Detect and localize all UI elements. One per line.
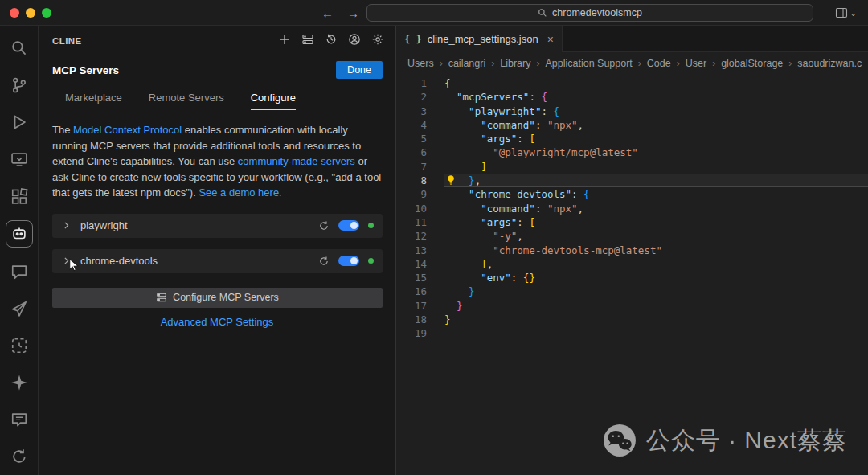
activity-item-run-and-debug[interactable] bbox=[6, 109, 33, 135]
restart-server-icon[interactable] bbox=[318, 256, 330, 267]
code-line[interactable]: 4 "command": "npx", bbox=[396, 118, 868, 132]
settings-button[interactable] bbox=[371, 33, 384, 49]
activity-item-deploy[interactable] bbox=[6, 296, 33, 321]
main-area: CLINE MCP Servers Done Marketplace Remot… bbox=[0, 26, 868, 475]
editor-tab-label: cline_mcp_settings.json bbox=[428, 33, 538, 45]
toggle-knob bbox=[350, 222, 358, 229]
code-token: : bbox=[511, 272, 523, 284]
breadcrumb-item[interactable]: cailangri bbox=[448, 58, 486, 69]
remote-monitor-icon bbox=[10, 150, 28, 168]
back-arrow-icon[interactable]: ← bbox=[321, 6, 334, 20]
chevron-right-icon[interactable] bbox=[61, 220, 72, 231]
code-line[interactable]: 15 "env": {} bbox=[396, 271, 868, 285]
tab-marketplace[interactable]: Marketplace bbox=[65, 92, 122, 110]
mcp-servers-button[interactable] bbox=[301, 33, 314, 49]
code-line[interactable]: 3 "playwright": { bbox=[396, 104, 868, 118]
activity-item-remote-explorer[interactable] bbox=[6, 146, 33, 172]
code-token bbox=[444, 188, 469, 200]
code-line[interactable]: 17 } bbox=[396, 299, 868, 313]
minimize-window-button[interactable] bbox=[26, 8, 35, 18]
code-line[interactable]: 2 "mcpServers": { bbox=[396, 90, 868, 104]
activity-item-search[interactable] bbox=[6, 35, 33, 61]
breadcrumb-item[interactable]: globalStorage bbox=[721, 58, 783, 69]
description-link[interactable]: See a demo here. bbox=[199, 186, 281, 199]
code-token bbox=[444, 300, 457, 312]
tab-configure[interactable]: Configure bbox=[251, 92, 296, 110]
code-line[interactable]: 11 "args": [ bbox=[396, 215, 868, 229]
line-number: 15 bbox=[396, 271, 427, 285]
code-token: { bbox=[553, 105, 559, 117]
line-number: 8 bbox=[396, 174, 427, 187]
line-content: "mcpServers": { bbox=[444, 90, 868, 104]
forward-arrow-icon[interactable]: → bbox=[347, 6, 359, 20]
code-line[interactable]: 10 "command": "npx", bbox=[396, 202, 868, 215]
code-line[interactable]: 19 bbox=[396, 326, 868, 340]
advanced-mcp-settings-link[interactable]: Advanced MCP Settings bbox=[39, 316, 395, 328]
breadcrumb-item[interactable]: saoudrizwan.c bbox=[797, 58, 862, 69]
status-dot-green bbox=[368, 223, 374, 228]
activity-item-cline[interactable] bbox=[6, 220, 33, 248]
titlebar-search[interactable]: chromedevtoolsmcp bbox=[366, 4, 813, 22]
chevron-down-icon: ⌄ bbox=[850, 9, 857, 18]
mcp-description: The Model Context Protocol enables commu… bbox=[52, 122, 383, 201]
breadcrumb-item[interactable]: Code bbox=[647, 58, 671, 69]
code-token: "mcpServers" bbox=[457, 91, 529, 103]
history-button[interactable] bbox=[325, 33, 338, 49]
code-line[interactable]: 1{ bbox=[396, 76, 868, 90]
close-window-button[interactable] bbox=[10, 8, 19, 18]
activity-item-sync[interactable] bbox=[6, 444, 33, 469]
mcp-header-row: MCP Servers Done bbox=[39, 56, 395, 79]
json-braces-icon: { } bbox=[404, 34, 422, 45]
code-area[interactable]: 1{2 "mcpServers": {3 "playwright": {4 "c… bbox=[396, 74, 868, 475]
line-content: }, bbox=[444, 174, 868, 187]
chat-bubble-icon bbox=[10, 263, 28, 280]
code-line[interactable]: 16 } bbox=[396, 285, 868, 298]
code-line[interactable]: 7 ] bbox=[396, 160, 868, 174]
code-line[interactable]: 18} bbox=[396, 313, 868, 326]
layout-toggle-button[interactable]: ⌄ bbox=[835, 0, 857, 26]
description-link[interactable]: Model Context Protocol bbox=[73, 124, 182, 136]
titlebar: ← → chromedevtoolsmcp ⌄ bbox=[0, 0, 868, 26]
line-number: 2 bbox=[396, 90, 427, 104]
line-content: "chrome-devtools": { bbox=[444, 187, 868, 201]
code-token: } bbox=[469, 285, 475, 297]
code-line[interactable]: 13 "chrome-devtools-mcp@latest" bbox=[396, 244, 868, 257]
server-toggle[interactable] bbox=[338, 220, 359, 231]
run-debug-icon bbox=[10, 113, 28, 131]
server-row-playwright[interactable]: playwright bbox=[52, 214, 383, 238]
description-link[interactable]: community-made servers bbox=[238, 155, 355, 167]
line-number: 17 bbox=[396, 299, 427, 313]
new-task-button[interactable] bbox=[278, 33, 291, 49]
done-button[interactable]: Done bbox=[336, 61, 383, 79]
line-content: } bbox=[444, 285, 868, 298]
code-line[interactable]: 5 "args": [ bbox=[396, 132, 868, 145]
configure-mcp-servers-button[interactable]: Configure MCP Servers bbox=[52, 288, 383, 308]
cline-panel: CLINE MCP Servers Done Marketplace Remot… bbox=[39, 26, 396, 475]
server-row-chrome-devtools[interactable]: chrome-devtools bbox=[52, 249, 383, 273]
account-button[interactable] bbox=[348, 33, 361, 49]
status-dot-green bbox=[368, 258, 374, 264]
editor-tab-cline-mcp-settings[interactable]: { } cline_mcp_settings.json × bbox=[396, 26, 563, 52]
extensions-icon bbox=[10, 187, 28, 205]
code-line[interactable]: 6 "@playwright/mcp@latest" bbox=[396, 145, 868, 159]
activity-item-source-control[interactable] bbox=[6, 72, 33, 98]
traffic-lights bbox=[10, 0, 51, 26]
breadcrumb-item[interactable]: Users bbox=[407, 58, 434, 69]
breadcrumb-item[interactable]: Library bbox=[500, 58, 530, 69]
close-tab-icon[interactable]: × bbox=[547, 34, 554, 45]
code-line[interactable]: 12 "-y", bbox=[396, 229, 868, 243]
zoom-window-button[interactable] bbox=[42, 8, 51, 18]
activity-item-copilot[interactable] bbox=[6, 370, 33, 395]
code-line[interactable]: 9 "chrome-devtools": { bbox=[396, 187, 868, 201]
activity-item-feedback[interactable] bbox=[6, 407, 33, 432]
code-line[interactable]: 8 }, bbox=[396, 174, 868, 187]
breadcrumb-item[interactable]: User bbox=[686, 58, 706, 69]
code-line[interactable]: 14 ], bbox=[396, 257, 868, 271]
activity-item-timeline[interactable] bbox=[6, 333, 33, 358]
restart-server-icon[interactable] bbox=[318, 220, 330, 231]
activity-item-extensions[interactable] bbox=[6, 183, 33, 209]
server-toggle[interactable] bbox=[338, 256, 359, 266]
breadcrumb-item[interactable]: Application Support bbox=[545, 58, 632, 69]
tab-remote-servers[interactable]: Remote Servers bbox=[149, 92, 224, 110]
activity-item-chat[interactable] bbox=[6, 259, 33, 285]
